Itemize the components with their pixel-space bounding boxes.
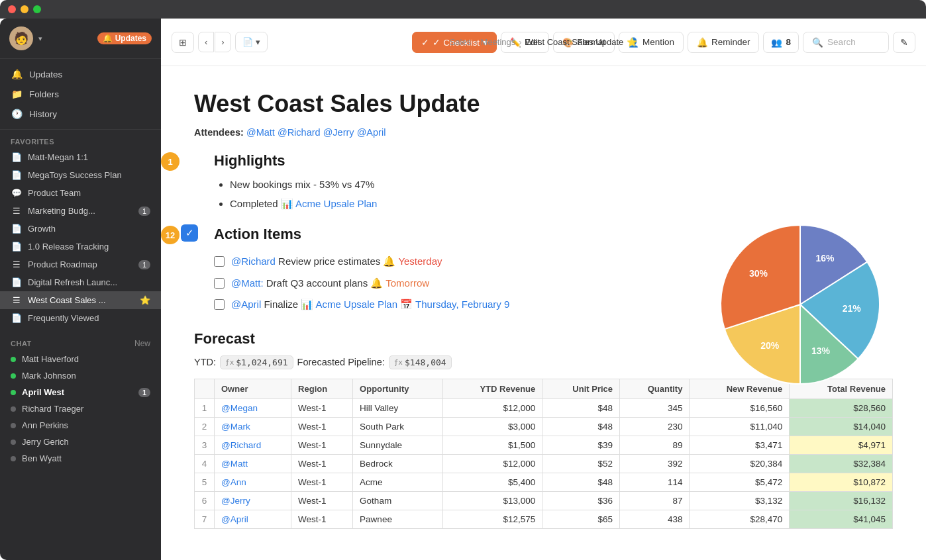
- people-count: 8: [786, 37, 791, 47]
- sidebar-item-product-roadmap[interactable]: ☰ Product Roadmap 1: [0, 256, 161, 273]
- sidebar-item-history[interactable]: 🕐 History: [0, 104, 161, 124]
- chat-user-name: Jerry Gerich: [22, 437, 69, 447]
- mention-button[interactable]: 👤 Mention: [619, 32, 684, 53]
- action-item-text: @April Finalize 📊 Acme Upsale Plan 📅 Thu…: [231, 297, 509, 312]
- col-qty: Quantity: [620, 379, 690, 398]
- nav-group: ‹ ›: [198, 32, 231, 52]
- chat-user-name: Ben Wyatt: [22, 453, 62, 463]
- action-items-section: 12 ✓ Action Items @Richard Review price …: [194, 226, 893, 316]
- sidebar-item-megatoys[interactable]: 📄 MegaToys Success Plan: [0, 166, 161, 184]
- ytd-value-badge[interactable]: ƒx $1,024,691: [220, 355, 293, 369]
- sidebar-toggle-button[interactable]: ⊞: [172, 32, 194, 53]
- cell-opportunity: Bedrock: [353, 454, 443, 473]
- sidebar-item-west-coast-sales[interactable]: ☰ West Coast Sales ... ⭐: [0, 291, 161, 309]
- sidebar-item-label: West Coast Sales ...: [28, 295, 106, 305]
- avatar[interactable]: 🧑: [9, 26, 33, 50]
- sidebar-updates-label: Updates: [29, 70, 62, 79]
- cell-qty: 438: [620, 510, 690, 528]
- sidebar-item-release-tracking[interactable]: 📄 1.0 Release Tracking: [0, 238, 161, 256]
- edit-button[interactable]: ✏️ Edit: [501, 32, 549, 53]
- new-tab-button[interactable]: ✎: [893, 32, 915, 53]
- cell-region: West-1: [291, 454, 353, 473]
- cell-owner[interactable]: @Jerry: [215, 491, 291, 510]
- avatar-chevron-icon[interactable]: ▾: [38, 34, 42, 43]
- cell-num: 7: [195, 510, 215, 528]
- sidebar-item-product-team[interactable]: 💬 Product Team: [0, 184, 161, 202]
- ytd-value: $1,024,691: [236, 357, 287, 367]
- sidebar-item-folders[interactable]: 📁 Folders: [0, 84, 161, 104]
- notification-badge[interactable]: 🔔 Updates: [97, 32, 152, 44]
- highlights-section: 1 Highlights New bookings mix - 53% vs 4…: [194, 152, 893, 211]
- people-count-button[interactable]: 👥 8: [763, 32, 799, 53]
- cell-owner[interactable]: @Richard: [215, 436, 291, 454]
- chat-new-label[interactable]: New: [134, 339, 150, 348]
- nav-forward-button[interactable]: ›: [215, 32, 231, 52]
- sidebar-item-matt-megan[interactable]: 📄 Matt-Megan 1:1: [0, 148, 161, 166]
- doc-icon: 📄: [11, 152, 23, 162]
- cell-unit: $48: [542, 417, 620, 436]
- reminder-button[interactable]: 🔔 Reminder: [688, 32, 760, 53]
- mention-icon: 👤: [628, 37, 639, 48]
- cell-opportunity: Gotham: [353, 491, 443, 510]
- pipeline-value-badge[interactable]: ƒx $148,004: [389, 355, 452, 369]
- search-field[interactable]: 🔍 Search: [803, 32, 889, 53]
- chat-item-mark[interactable]: Mark Johnson: [0, 367, 161, 384]
- cell-owner[interactable]: @Matt: [215, 454, 291, 473]
- maximize-button[interactable]: [33, 5, 41, 13]
- mention-richard-action[interactable]: @Richard: [231, 256, 276, 267]
- sidebar-item-digital-refresh[interactable]: 📄 Digital Refresh Launc...: [0, 273, 161, 291]
- chat-item-matt[interactable]: Matt Haverford: [0, 351, 161, 367]
- chat-item-richard[interactable]: Richard Traeger: [0, 400, 161, 417]
- chat-item-ben[interactable]: Ben Wyatt: [0, 450, 161, 467]
- cell-owner[interactable]: @April: [215, 510, 291, 528]
- minimize-button[interactable]: [21, 5, 28, 13]
- sidebar-item-label: Digital Refresh Launc...: [28, 277, 117, 287]
- cell-total: $16,132: [790, 491, 893, 510]
- mention-richard[interactable]: @Richard: [278, 127, 321, 138]
- sidebar-item-label: Product Roadmap: [28, 259, 97, 269]
- chat-item-ann[interactable]: Ann Perkins: [0, 417, 161, 434]
- favorites-label: Favorites: [0, 130, 161, 148]
- toolbar-inner: Sales › Meetings › West Coast Sales Upda…: [172, 32, 915, 53]
- sidebar-header: 🧑 ▾ 🔔 Updates: [0, 19, 161, 59]
- document-content: 16%21%13%20%30% West Coast Sales Update …: [161, 66, 926, 560]
- favorites-section: Favorites 📄 Matt-Megan 1:1 📄 MegaToys Su…: [0, 130, 161, 327]
- sidebar-item-label: Product Team: [28, 188, 81, 198]
- cell-owner[interactable]: @Ann: [215, 473, 291, 491]
- cell-owner[interactable]: @Mark: [215, 417, 291, 436]
- edit-icon: ✏️: [510, 37, 521, 48]
- sidebar-item-frequently-viewed[interactable]: 📄 Frequently Viewed: [0, 309, 161, 327]
- action-item-checkbox-2[interactable]: [214, 278, 225, 289]
- chat-user-name: Matt Haverford: [22, 354, 79, 364]
- close-button[interactable]: [8, 5, 16, 13]
- mention-jerry[interactable]: @Jerry: [323, 127, 354, 138]
- star-icon: ⭐: [140, 295, 150, 305]
- checklist-button[interactable]: ✓ ✓ Checklist ▾: [412, 32, 497, 53]
- chat-item-jerry[interactable]: Jerry Gerich: [0, 434, 161, 450]
- acme-upsale-link2[interactable]: Acme Upsale Plan: [316, 299, 397, 310]
- cell-total: $14,040: [790, 417, 893, 436]
- mention-matt-action[interactable]: @Matt:: [231, 277, 264, 289]
- nav-back-button[interactable]: ‹: [198, 32, 214, 52]
- table-icon: ☰: [11, 295, 23, 305]
- mention-label: Mention: [643, 37, 674, 47]
- cell-owner[interactable]: @Megan: [215, 398, 291, 417]
- cell-region: West-1: [291, 398, 353, 417]
- highlights-title: Highlights: [214, 152, 893, 169]
- action-item-checkbox-1[interactable]: [214, 256, 225, 267]
- mention-april-action[interactable]: @April: [231, 299, 261, 310]
- action-item-checkbox-3[interactable]: [214, 299, 225, 310]
- checked-icon: ✓: [181, 224, 198, 242]
- cell-unit: $52: [542, 454, 620, 473]
- mention-april[interactable]: @April: [357, 127, 386, 138]
- format-icon: 🎨: [562, 37, 574, 48]
- sidebar-item-updates[interactable]: 🔔 Updates: [0, 64, 161, 84]
- sidebar-item-marketing-budget[interactable]: ☰ Marketing Budg... 1: [0, 202, 161, 220]
- acme-upsale-link[interactable]: Acme Upsale Plan: [295, 198, 377, 209]
- cell-region: West-1: [291, 473, 353, 491]
- chat-item-april[interactable]: April West 1: [0, 384, 161, 400]
- page-icon-button[interactable]: 📄 ▾: [235, 32, 268, 52]
- sidebar-item-growth[interactable]: 📄 Growth: [0, 220, 161, 238]
- format-button[interactable]: 🎨 Format: [553, 32, 615, 53]
- mention-matt[interactable]: @Matt: [246, 127, 275, 138]
